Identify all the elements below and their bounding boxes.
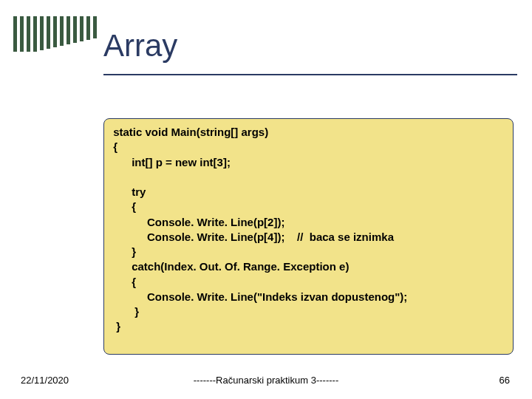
stripe	[27, 16, 30, 52]
code-comment: // baca se iznimka	[284, 231, 394, 243]
page-title: Array	[103, 28, 510, 68]
code-line: {	[110, 276, 136, 288]
stripe	[93, 16, 97, 38]
stripe	[86, 16, 90, 40]
stripe	[66, 16, 70, 44]
code-line: {	[110, 200, 136, 213]
code-line: int[] p = new int[3];	[110, 156, 231, 168]
title-block: Array	[103, 28, 510, 75]
stripe	[40, 16, 44, 50]
title-underline	[103, 74, 517, 75]
decorative-stripes	[13, 16, 97, 52]
stripe	[20, 16, 24, 52]
stripe	[60, 16, 64, 46]
code-line: {	[110, 140, 117, 153]
code-line: Console. Write. Line(p[2]);	[110, 216, 284, 228]
stripe	[53, 16, 57, 47]
code-line: }	[110, 320, 120, 332]
code-line: }	[110, 245, 136, 258]
stripe	[73, 16, 77, 43]
footer-center: -------Računarski praktikum 3-------	[0, 375, 532, 386]
code-box: static void Main(string[] args) { int[] …	[103, 118, 514, 355]
code-line: }	[110, 305, 139, 318]
code-line: try	[110, 185, 146, 198]
stripe	[33, 16, 37, 52]
footer-page: 66	[499, 375, 510, 386]
code-line: Console. Write. Line("Indeks izvan dopus…	[110, 290, 407, 303]
code-line: catch(Index. Out. Of. Range. Exception e…	[110, 260, 349, 273]
code-line: static void Main(string[] args)	[110, 126, 268, 138]
stripe	[13, 16, 17, 52]
stripe	[80, 16, 83, 41]
stripe	[47, 16, 50, 49]
code-line: Console. Write. Line(p[4]);	[110, 231, 284, 243]
